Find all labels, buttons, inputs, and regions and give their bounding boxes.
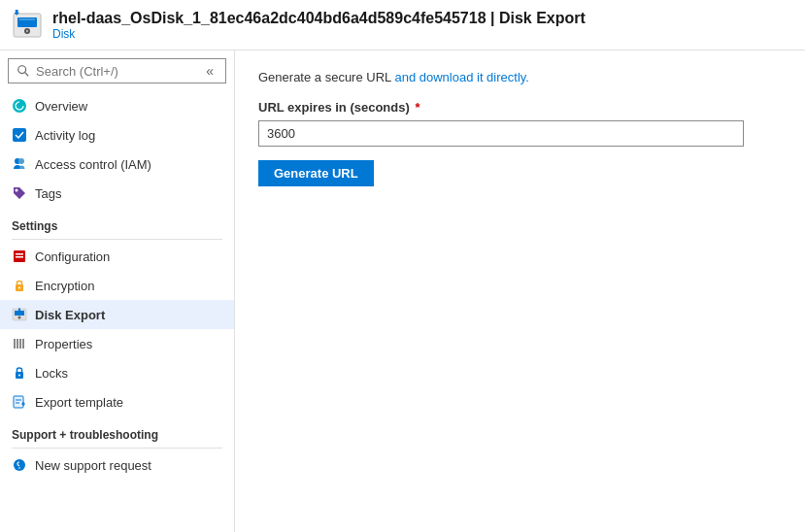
export-template-label: Export template — [35, 395, 123, 410]
search-input[interactable] — [36, 64, 202, 79]
search-icon — [17, 64, 30, 78]
svg-point-3 — [26, 29, 28, 31]
header-subtitle[interactable]: Disk — [52, 27, 586, 41]
sidebar-nav-activity-log[interactable]: Activity log — [0, 120, 234, 150]
field-label: URL expires in (seconds) * — [258, 100, 782, 115]
svg-point-6 — [13, 99, 26, 113]
tags-label: Tags — [35, 186, 61, 201]
header-title-block: rhel-daas_OsDisk_1_81ec46a2dc404bd6a4d58… — [52, 10, 586, 41]
collapse-button[interactable]: « — [202, 63, 218, 79]
sidebar-nav-properties[interactable]: Properties — [0, 329, 234, 358]
sidebar-nav-new-support-request[interactable]: New support request — [0, 450, 234, 480]
configuration-label: Configuration — [35, 249, 110, 264]
support-section-header: Support + troubleshooting — [0, 416, 234, 446]
svg-point-9 — [18, 158, 24, 164]
support-divider — [12, 448, 222, 449]
locks-label: Locks — [35, 366, 68, 381]
locks-icon — [12, 365, 27, 381]
activity-log-icon — [12, 127, 27, 143]
svg-point-15 — [18, 287, 20, 289]
disk-export-label: Disk Export — [35, 308, 105, 322]
sidebar-nav-locks[interactable]: Locks — [0, 358, 234, 387]
url-expires-input[interactable] — [258, 120, 744, 147]
download-link[interactable]: and download it directly. — [394, 70, 529, 84]
svg-line-5 — [25, 73, 29, 77]
overview-icon — [12, 98, 27, 114]
page-header: rhel-daas_OsDisk_1_81ec46a2dc404bd6a4d58… — [0, 0, 805, 50]
sidebar-nav-disk-export[interactable]: Disk Export — [0, 300, 234, 329]
svg-rect-22 — [22, 339, 24, 349]
sidebar: « Overview Activity log Access control (… — [0, 50, 235, 532]
encryption-icon — [12, 278, 27, 293]
sidebar-nav-export-template[interactable]: Export template — [0, 387, 234, 416]
body-layout: « Overview Activity log Access control (… — [0, 50, 805, 532]
svg-rect-19 — [14, 339, 16, 349]
svg-point-10 — [16, 189, 18, 192]
sidebar-nav-configuration[interactable]: Configuration — [0, 242, 234, 271]
access-control-icon — [12, 156, 27, 172]
svg-point-4 — [18, 66, 26, 74]
disk-export-icon — [12, 307, 27, 322]
svg-rect-12 — [16, 253, 23, 255]
new-support-request-label: New support request — [35, 458, 151, 473]
disk-icon — [12, 10, 43, 41]
search-box[interactable]: « — [8, 58, 226, 83]
settings-divider — [12, 239, 222, 240]
svg-point-18 — [18, 316, 21, 319]
settings-section-header: Settings — [0, 208, 234, 237]
properties-icon — [12, 336, 27, 351]
encryption-label: Encryption — [35, 279, 94, 293]
svg-rect-13 — [16, 256, 23, 258]
configuration-icon — [12, 249, 27, 264]
sidebar-nav-tags[interactable]: Tags — [0, 179, 234, 208]
generate-url-button[interactable]: Generate URL — [258, 160, 374, 186]
svg-point-26 — [14, 459, 25, 471]
page-title: rhel-daas_OsDisk_1_81ec46a2dc404bd6a4d58… — [52, 10, 586, 27]
access-control-label: Access control (IAM) — [35, 157, 151, 172]
svg-point-27 — [18, 467, 20, 469]
svg-rect-21 — [19, 339, 21, 349]
export-template-icon — [12, 394, 27, 410]
svg-rect-25 — [14, 396, 23, 408]
tags-icon — [12, 185, 27, 201]
svg-rect-7 — [13, 128, 26, 142]
properties-label: Properties — [35, 337, 92, 351]
svg-point-24 — [18, 375, 20, 377]
required-marker: * — [412, 100, 420, 115]
svg-rect-20 — [17, 339, 18, 349]
activity-log-label: Activity log — [35, 128, 95, 143]
main-content: Generate a secure URL and download it di… — [235, 50, 805, 532]
sidebar-nav-access-control[interactable]: Access control (IAM) — [0, 150, 234, 179]
description-text: Generate a secure URL and download it di… — [258, 70, 782, 84]
overview-label: Overview — [35, 99, 87, 114]
sidebar-nav-encryption[interactable]: Encryption — [0, 271, 234, 300]
support-request-icon — [12, 457, 27, 473]
sidebar-nav-overview[interactable]: Overview — [0, 91, 234, 120]
